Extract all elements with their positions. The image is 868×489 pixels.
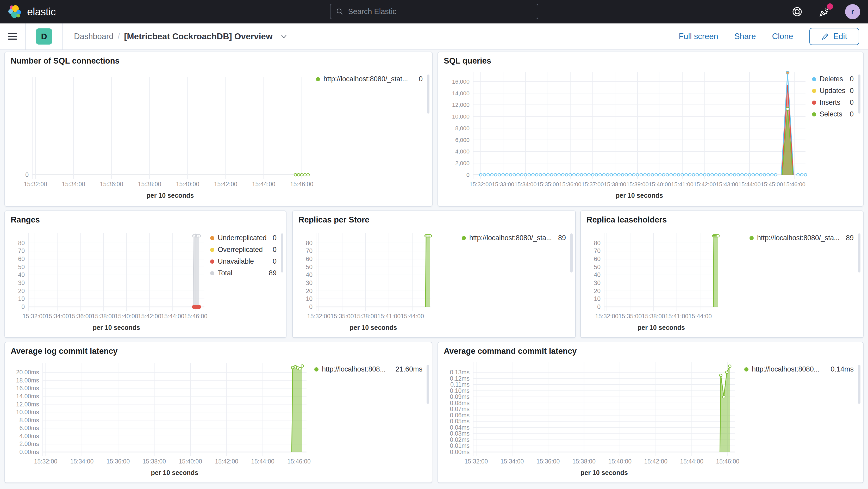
user-avatar[interactable]: r [845,4,860,19]
divider [62,24,63,50]
svg-text:2,000: 2,000 [455,160,469,166]
svg-text:10: 10 [18,296,25,302]
legend-value: 89 [554,234,566,242]
svg-text:15:44:00: 15:44:00 [401,313,424,320]
search-input[interactable] [348,7,533,16]
svg-text:per 10 seconds: per 10 seconds [93,324,140,331]
panel-avg-cmd-commit: Average command commit latency0.00ms0.01… [437,342,864,483]
svg-text:0: 0 [309,304,312,310]
legend-dot [210,236,214,240]
help-button[interactable] [791,5,803,18]
legend-scrollbar[interactable] [281,234,283,273]
nav-left-group: D Dashboard / [Metricbeat CockroachDB] O… [0,24,287,50]
svg-text:15:40:00: 15:40:00 [608,458,632,465]
svg-text:per 10 seconds: per 10 seconds [638,324,685,331]
svg-text:0.05ms: 0.05ms [450,418,469,425]
elastic-logo-icon [7,4,22,19]
chart-svg: 015:32:0015:34:0015:36:0015:38:0015:40:0… [7,66,316,203]
legend-label: Total [218,269,232,277]
global-search[interactable] [330,4,538,19]
legend-item[interactable]: Overreplicated0 [210,246,277,254]
svg-text:0.09ms: 0.09ms [450,393,469,400]
svg-text:0.00ms: 0.00ms [20,449,39,455]
svg-text:15:38:00: 15:38:00 [604,181,626,188]
legend-item[interactable]: http://localhost:8080...0.14ms [744,365,854,373]
news-button[interactable] [818,5,831,18]
breadcrumb-dashboard[interactable]: Dashboard [74,32,114,41]
share-link[interactable]: Share [735,32,756,41]
space-badge[interactable]: D [36,28,52,44]
svg-text:15:41:00: 15:41:00 [377,313,401,320]
breadcrumb-separator: / [118,32,120,41]
svg-text:0.02ms: 0.02ms [450,436,469,443]
svg-text:per 10 seconds: per 10 seconds [616,192,663,199]
legend-scrollbar[interactable] [427,365,429,404]
svg-text:16,000: 16,000 [452,79,469,85]
legend-value: 0 [269,257,277,266]
svg-text:15:35:00: 15:35:00 [331,313,354,320]
legend-dot [812,89,816,93]
svg-text:70: 70 [18,247,25,254]
full-screen-link[interactable]: Full screen [679,32,718,41]
legend-ranges: Underreplicated0Overreplicated0Unavailab… [210,211,284,337]
elastic-brand[interactable]: elastic [7,4,56,19]
legend-label: Unavailable [218,257,254,266]
panel-title: Replica leaseholders [587,215,667,224]
edit-button[interactable]: Edit [809,28,859,45]
clone-link[interactable]: Clone [772,32,793,41]
svg-text:20: 20 [594,287,600,295]
legend-dot [812,100,816,105]
legend-item[interactable]: http://localhost:8080/_sta...89 [462,234,566,242]
svg-text:0.13ms: 0.13ms [450,369,469,376]
legend-value: 0 [269,246,277,254]
legend-item[interactable]: http://localhost:8080/_stat...0 [316,75,423,83]
legend-scrollbar[interactable] [858,74,861,114]
svg-text:15:40:00: 15:40:00 [176,181,199,188]
legend-scrollbar[interactable] [858,365,861,404]
legend-item[interactable]: http://localhost:808...21.60ms [314,365,423,373]
svg-text:12,000: 12,000 [452,101,469,108]
svg-text:15:36:00: 15:36:00 [559,181,582,188]
dashboard-actions: Full screen Share Clone Edit [679,28,859,45]
legend-item[interactable]: Unavailable0 [210,257,277,266]
legend-value: 0 [269,234,277,242]
legend-item[interactable]: http://localhost:8080/_sta...89 [749,234,854,242]
svg-text:10: 10 [306,296,312,302]
svg-text:15:32:00: 15:32:00 [307,313,331,320]
svg-text:70: 70 [594,247,600,254]
legend-scrollbar[interactable] [427,74,429,114]
legend-item[interactable]: Inserts0 [812,98,854,106]
legend-dot [749,236,754,240]
chart-svg: 02,0004,0006,0008,00010,00012,00014,0001… [441,66,812,203]
legend-item[interactable]: Deletes0 [812,75,854,83]
menu-button[interactable] [0,24,25,50]
svg-text:15:32:00: 15:32:00 [34,458,58,465]
legend-value: 0 [846,87,854,95]
legend-scrollbar[interactable] [570,234,573,273]
svg-text:60: 60 [306,255,312,262]
pencil-icon [822,33,829,40]
panel-replicas-per-store: Replicas per Store0102030405060708015:32… [292,211,576,338]
svg-text:15:32:00: 15:32:00 [24,181,47,188]
legend-dot [210,271,214,275]
chart-avg-cmd-commit: 0.00ms0.01ms0.02ms0.03ms0.04ms0.05ms0.06… [441,357,744,479]
svg-text:15:44:00: 15:44:00 [680,458,704,465]
legend-item[interactable]: Updates0 [812,87,854,95]
svg-text:15:37:00: 15:37:00 [582,181,604,188]
legend-item[interactable]: Selects0 [812,110,854,118]
legend-item[interactable]: Total89 [210,269,277,277]
edit-button-label: Edit [833,32,847,41]
svg-text:20: 20 [18,287,25,295]
svg-text:15:32:00: 15:32:00 [465,458,488,465]
breadcrumb: Dashboard / [Metricbeat CockroachDB] Ove… [74,32,287,41]
svg-text:15:42:00: 15:42:00 [215,458,238,465]
chevron-down-icon[interactable] [280,34,287,39]
svg-text:10,000: 10,000 [452,113,469,120]
legend-dot [210,248,214,252]
legend-item[interactable]: Underreplicated0 [210,234,277,242]
legend-scrollbar[interactable] [858,234,861,273]
chart-replica-leaseholders: 0102030405060708015:32:0015:35:0015:38:0… [583,225,749,334]
page-title: [Metricbeat CockroachDB] Overview [124,32,272,41]
legend-dot [812,112,816,117]
svg-text:50: 50 [594,264,600,270]
